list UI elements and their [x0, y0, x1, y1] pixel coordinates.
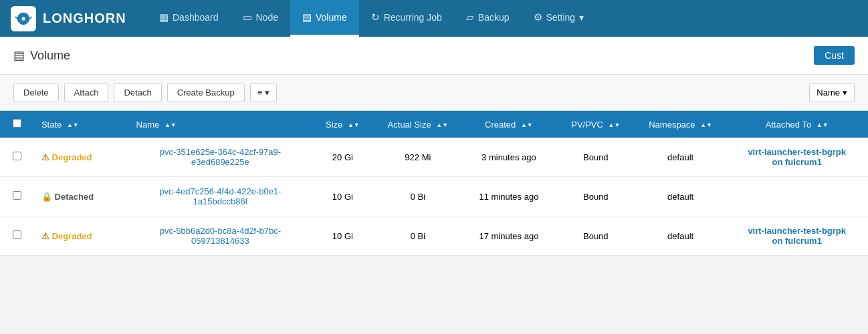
cell-size: 10 Gi	[311, 216, 374, 256]
state-sort-icon: ▲▼	[67, 122, 79, 128]
node-icon: ▭	[243, 11, 252, 23]
attach-button[interactable]: Attach	[64, 83, 109, 102]
cell-state: ⚠ Degraded	[35, 216, 130, 256]
header-name[interactable]: Name ▲▼	[130, 111, 312, 138]
cell-pv-pvc: Bound	[556, 138, 635, 177]
cell-namespace: default	[635, 138, 726, 177]
volume-icon: ▤	[302, 11, 312, 23]
row-checkbox[interactable]	[0, 138, 35, 177]
toolbar: Delete Attach Detach Create Backup ≡ ▾ N…	[0, 75, 868, 111]
sort-select[interactable]: Name ▾	[809, 83, 855, 102]
nav-volume[interactable]: ▤ Volume	[290, 0, 359, 37]
brand-name: LONGHORN	[43, 11, 126, 26]
header-size[interactable]: Size ▲▼	[311, 111, 374, 138]
table-row: ⚠ Degradedpvc-5bb6a2d0-bc8a-4d2f-b7bc-05…	[0, 216, 868, 256]
volume-name-link[interactable]: pvc-4ed7c256-4f4d-422e-b0e1-1a15bdccb86f	[159, 186, 281, 206]
size-sort-icon: ▲▼	[348, 122, 360, 128]
list-icon: ≡ ▾	[257, 88, 269, 98]
row-select-checkbox[interactable]	[13, 191, 21, 200]
brand-logo	[11, 6, 36, 31]
cell-pv-pvc: Bound	[556, 216, 635, 256]
attached-to-link[interactable]: virt-launcher-test-bgrpkon fulcrum1	[748, 226, 846, 246]
sort-chevron: ▾	[843, 88, 847, 98]
cell-created: 11 minutes ago	[461, 177, 556, 216]
cell-actual-size: 0 Bi	[374, 216, 461, 256]
detach-button[interactable]: Detach	[114, 83, 161, 102]
cell-name: pvc-5bb6a2d0-bc8a-4d2f-b7bc-059713814633	[130, 216, 312, 256]
cell-pv-pvc: Bound	[556, 177, 635, 216]
row-checkbox[interactable]	[0, 216, 35, 256]
backup-icon: ▱	[466, 11, 474, 23]
setting-icon: ⚙	[534, 11, 542, 23]
cell-actual-size: 922 Mi	[374, 138, 461, 177]
namespace-sort-icon: ▲▼	[700, 122, 712, 128]
header-state[interactable]: State ▲▼	[35, 111, 130, 138]
brand: LONGHORN	[0, 0, 147, 37]
nav-setting[interactable]: ⚙ Setting ▾	[522, 0, 596, 37]
cell-actual-size: 0 Bi	[374, 177, 461, 216]
cell-created: 17 minutes ago	[461, 216, 556, 256]
svg-point-0	[21, 17, 25, 20]
state-value: ⚠ Degraded	[41, 231, 92, 241]
volume-name-link[interactable]: pvc-351e625e-364c-42cf-97a9-e3ed689e225e	[160, 147, 281, 167]
nav-items: ▦ Dashboard ▭ Node ▤ Volume ↻ Recurring …	[147, 0, 596, 37]
table-row: ⚠ Degradedpvc-351e625e-364c-42cf-97a9-e3…	[0, 138, 868, 177]
navbar: LONGHORN ▦ Dashboard ▭ Node ▤ Volume ↻ R…	[0, 0, 868, 37]
cell-attached-to	[726, 177, 868, 216]
cell-attached-to: virt-launcher-test-bgrpkon fulcrum1	[726, 216, 868, 256]
row-checkbox[interactable]	[0, 177, 35, 216]
cell-size: 10 Gi	[311, 177, 374, 216]
cell-name: pvc-4ed7c256-4f4d-422e-b0e1-1a15bdccb86f	[130, 177, 312, 216]
volumes-table: State ▲▼ Name ▲▼ Size ▲▼ Actual Size ▲▼ …	[0, 111, 868, 256]
row-select-checkbox[interactable]	[13, 230, 21, 239]
select-all-checkbox[interactable]	[13, 119, 21, 128]
bulk-action-button[interactable]: ≡ ▾	[250, 83, 277, 102]
page-header: ▤ Volume Cust	[0, 37, 868, 75]
header-created[interactable]: Created ▲▼	[461, 111, 556, 138]
warning-icon: ⚠	[41, 231, 52, 241]
pv-sort-icon: ▲▼	[609, 122, 621, 128]
nav-recurring-job[interactable]: ↻ Recurring Job	[359, 0, 454, 37]
table-row: 🔒 Detachedpvc-4ed7c256-4f4d-422e-b0e1-1a…	[0, 177, 868, 216]
warning-icon: ⚠	[41, 152, 52, 162]
header-actual-size[interactable]: Actual Size ▲▼	[374, 111, 461, 138]
actual-size-sort-icon: ▲▼	[436, 122, 448, 128]
cell-namespace: default	[635, 216, 726, 256]
nav-backup[interactable]: ▱ Backup	[454, 0, 522, 37]
created-sort-icon: ▲▼	[521, 122, 533, 128]
name-sort-icon: ▲▼	[165, 122, 177, 128]
header-namespace[interactable]: Namespace ▲▼	[635, 111, 726, 138]
attached-to-link[interactable]: virt-launcher-test-bgrpkon fulcrum1	[748, 147, 846, 167]
header-checkbox[interactable]	[0, 111, 35, 138]
nav-dashboard[interactable]: ▦ Dashboard	[147, 0, 231, 37]
cell-namespace: default	[635, 177, 726, 216]
setting-chevron: ▾	[579, 12, 584, 23]
header-pv-pvc[interactable]: PV/PVC ▲▼	[556, 111, 635, 138]
cell-name: pvc-351e625e-364c-42cf-97a9-e3ed689e225e	[130, 138, 312, 177]
customize-button[interactable]: Cust	[814, 46, 855, 65]
page-title-icon: ▤	[13, 48, 25, 63]
dashboard-icon: ▦	[159, 11, 169, 23]
toolbar-left: Delete Attach Detach Create Backup ≡ ▾	[13, 83, 277, 102]
header-attached-to[interactable]: Attached To ▲▼	[726, 111, 868, 138]
cell-state: ⚠ Degraded	[35, 138, 130, 177]
toolbar-right: Name ▾	[809, 83, 855, 102]
delete-button[interactable]: Delete	[13, 83, 59, 102]
table-header-row: State ▲▼ Name ▲▼ Size ▲▼ Actual Size ▲▼ …	[0, 111, 868, 138]
state-value: 🔒 Detached	[41, 192, 94, 202]
nav-node[interactable]: ▭ Node	[231, 0, 290, 37]
volume-name-link[interactable]: pvc-5bb6a2d0-bc8a-4d2f-b7bc-059713814633	[160, 226, 281, 246]
cell-state: 🔒 Detached	[35, 177, 130, 216]
create-backup-button[interactable]: Create Backup	[167, 83, 245, 102]
row-select-checkbox[interactable]	[13, 152, 21, 160]
page-title: ▤ Volume	[13, 48, 70, 63]
attached-sort-icon: ▲▼	[817, 122, 829, 128]
lock-icon: 🔒	[41, 192, 55, 202]
cell-attached-to: virt-launcher-test-bgrpkon fulcrum1	[726, 138, 868, 177]
table-container: State ▲▼ Name ▲▼ Size ▲▼ Actual Size ▲▼ …	[0, 111, 868, 256]
state-value: ⚠ Degraded	[41, 152, 92, 162]
cell-size: 20 Gi	[311, 138, 374, 177]
recurring-job-icon: ↻	[371, 11, 380, 23]
cell-created: 3 minutes ago	[461, 138, 556, 177]
